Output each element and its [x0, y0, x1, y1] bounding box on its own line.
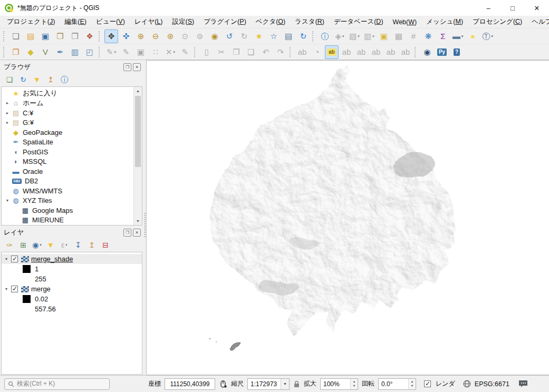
close-panel-icon[interactable]: ✕: [133, 63, 141, 71]
new-temporary-layer-button[interactable]: ▥: [68, 45, 82, 59]
magnifier-input[interactable]: 100% ▲▼: [320, 378, 358, 390]
pan-to-selection-button[interactable]: ✜: [119, 30, 133, 43]
manage-map-themes-button[interactable]: ◉▾: [31, 239, 43, 251]
collapse-all-button[interactable]: ↥: [44, 74, 57, 85]
menu-layer[interactable]: レイヤ(L): [130, 16, 168, 28]
browser-item-xyz-tiles[interactable]: ▾◍XYZ Tiles: [2, 196, 142, 206]
style-manager-button[interactable]: ❖: [83, 30, 97, 43]
new-project-button[interactable]: ❏: [9, 30, 23, 43]
close-button[interactable]: ✕: [525, 0, 549, 16]
add-group-button[interactable]: ⊞: [17, 239, 30, 251]
metasearch-button[interactable]: ◉: [420, 45, 434, 59]
layer-visibility-checkbox[interactable]: [11, 256, 18, 262]
statistical-summary-button[interactable]: Σ: [436, 30, 450, 43]
pan-map-button[interactable]: ✥: [104, 30, 118, 43]
search-input[interactable]: 検索(Ctrl + K): [4, 378, 110, 390]
zoom-native-button[interactable]: ◉: [208, 30, 221, 43]
messages-icon[interactable]: [518, 380, 528, 388]
zoom-in-button[interactable]: ⊕: [134, 30, 148, 43]
highlight-pinned-labels-button[interactable]: ab: [325, 45, 339, 59]
browser-item-drive-c[interactable]: ▸▤C:¥: [2, 108, 142, 118]
open-project-button[interactable]: ▤: [24, 30, 37, 43]
browser-item-favorites[interactable]: ★お気に入り: [2, 89, 142, 99]
remove-layer-button[interactable]: ⊟: [99, 239, 112, 251]
expand-arrow-icon[interactable]: ▸: [4, 111, 11, 115]
filter-browser-button[interactable]: ▼: [31, 74, 43, 85]
bookmark-editor-button[interactable]: ▤: [282, 30, 295, 43]
lock-scale-icon[interactable]: [293, 380, 300, 388]
menu-edit[interactable]: 編集(E): [60, 16, 91, 28]
browser-item-oracle[interactable]: ▬Oracle: [2, 166, 142, 177]
scroll-down-icon[interactable]: ▼: [134, 217, 142, 225]
expand-arrow-icon[interactable]: ▸: [4, 101, 11, 105]
data-source-manager-button[interactable]: ❒: [9, 45, 23, 59]
map-canvas[interactable]: [146, 60, 549, 375]
layout-manager-button[interactable]: ❐: [68, 30, 82, 43]
new-spatialite-layer-button[interactable]: ✒: [53, 45, 67, 59]
new-virtual-layer-button[interactable]: ◰: [83, 45, 97, 59]
new-bookmark-button[interactable]: ★: [252, 30, 266, 43]
close-panel-icon[interactable]: ✕: [133, 229, 141, 237]
browser-item-home[interactable]: ▸⌂ホーム: [2, 99, 142, 109]
layer-visibility-checkbox[interactable]: [11, 286, 18, 292]
menu-vector[interactable]: ベクタ(O): [251, 16, 290, 28]
browser-item-db2[interactable]: DB2DB2: [2, 177, 142, 187]
new-shapefile-layer-button[interactable]: V: [38, 45, 52, 59]
browser-item-postgis[interactable]: ◖PostGIS: [2, 147, 142, 157]
browser-item-google-maps[interactable]: ▦Google Maps: [2, 205, 142, 215]
refresh-button[interactable]: ↻: [296, 30, 310, 43]
menu-project[interactable]: プロジェクト(J): [2, 16, 60, 28]
save-project-button[interactable]: ▣: [38, 30, 52, 43]
expand-all-layers-button[interactable]: ↧: [72, 239, 84, 251]
menu-help[interactable]: ヘルプ(H): [527, 16, 549, 28]
spinner-arrows-icon[interactable]: ▲▼: [350, 379, 358, 389]
browser-item-geopackage[interactable]: ◆GeoPackage: [2, 128, 142, 138]
zoom-full-button[interactable]: ⊛: [163, 30, 177, 43]
menu-raster[interactable]: ラスタ(R): [290, 16, 329, 28]
minimize-button[interactable]: –: [476, 0, 500, 16]
scale-combobox[interactable]: 1:172973 ▾: [247, 378, 290, 390]
crs-status[interactable]: EPSG:6671: [475, 380, 509, 388]
layer-merge[interactable]: ▾merge: [2, 284, 142, 294]
menu-web[interactable]: Web(W): [388, 17, 422, 27]
float-panel-icon[interactable]: ❐: [123, 229, 131, 237]
browser-item-mssql[interactable]: ◗MSSQL: [2, 157, 142, 167]
menu-processing[interactable]: プロセシング(C): [468, 16, 527, 28]
refresh-browser-button[interactable]: ↻: [17, 74, 30, 85]
browser-item-drive-g[interactable]: ▸▤G:¥: [2, 118, 142, 128]
filter-legend-button[interactable]: ▼: [44, 239, 57, 251]
chevron-down-icon[interactable]: ▾: [281, 379, 289, 389]
expand-arrow-icon[interactable]: ▾: [3, 257, 10, 261]
zoom-last-button[interactable]: ↺: [223, 30, 236, 43]
render-checkbox[interactable]: [424, 380, 431, 387]
menu-plugins[interactable]: プラグイン(P): [199, 16, 251, 28]
coordinate-input[interactable]: 111250,40399: [165, 378, 215, 390]
show-bookmarks-button[interactable]: ☆: [267, 30, 281, 43]
spinner-arrows-icon[interactable]: ▲▼: [408, 379, 416, 389]
float-panel-icon[interactable]: ❐: [123, 63, 131, 71]
open-layer-styling-button[interactable]: ✑: [3, 239, 16, 251]
expand-arrow-icon[interactable]: ▸: [4, 120, 11, 125]
scroll-up-icon[interactable]: ▲: [134, 87, 142, 95]
menu-database[interactable]: データベース(D): [329, 16, 388, 28]
python-console-button[interactable]: Py: [435, 45, 449, 59]
rotation-input[interactable]: 0.0° ▲▼: [378, 378, 416, 390]
menu-view[interactable]: ビュー(V): [91, 16, 130, 28]
identify-features-button[interactable]: ⓘ: [318, 30, 332, 43]
expand-arrow-icon[interactable]: ▾: [4, 198, 11, 203]
measure-button[interactable]: ▬▾: [451, 30, 465, 43]
zoom-out-button[interactable]: ⊖: [149, 30, 162, 43]
menu-settings[interactable]: 設定(S): [167, 16, 199, 28]
help-button[interactable]: ?: [450, 45, 464, 59]
text-annotation-button[interactable]: Ⓣ▾: [481, 30, 495, 43]
expand-arrow-icon[interactable]: ▾: [3, 287, 10, 291]
browser-item-mierune[interactable]: ▦MIERUNE: [2, 215, 142, 226]
deselect-features-button[interactable]: ▣: [377, 30, 391, 43]
properties-widget-button[interactable]: ⓘ: [58, 74, 71, 85]
collapse-all-layers-button[interactable]: ↥: [85, 239, 98, 251]
scrollbar-thumb[interactable]: [135, 96, 141, 167]
maximize-button[interactable]: □: [500, 0, 525, 16]
browser-item-spatialite[interactable]: ✒SpatiaLite: [2, 138, 142, 148]
new-geopackage-layer-button[interactable]: ◆: [24, 45, 37, 59]
new-print-layout-button[interactable]: ❒: [53, 30, 67, 43]
